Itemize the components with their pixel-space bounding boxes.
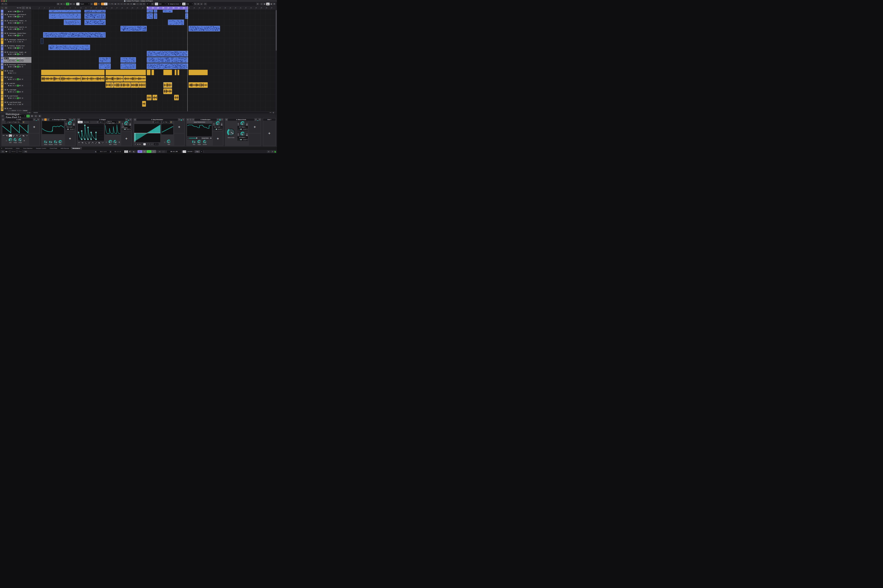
track-expand-box[interactable] <box>4 86 6 88</box>
monitor-button[interactable]: ◀) <box>10 85 12 87</box>
audio-event[interactable] <box>163 82 172 88</box>
audio-event[interactable] <box>60 76 81 81</box>
dest-curve-icon[interactable]: ∓ <box>237 135 239 136</box>
midi-part[interactable] <box>84 20 106 25</box>
audio-event[interactable] <box>163 88 172 94</box>
dest-amount-bar[interactable]: |↔|25.00 % <box>237 139 248 141</box>
step-triangle-icon[interactable]: ∧ <box>151 143 153 145</box>
record-enable-button[interactable] <box>8 66 10 68</box>
midi-part[interactable] <box>120 26 147 32</box>
solo-button[interactable]: S <box>6 57 9 59</box>
midi-part[interactable] <box>84 10 106 12</box>
horizontal-scrollbar[interactable]: − ＋ <box>32 111 275 114</box>
metronome-note-icon[interactable]: ♩ <box>162 150 165 153</box>
read-button[interactable]: R <box>17 28 19 30</box>
track-expand-box[interactable] <box>4 61 6 63</box>
solo-button[interactable]: S <box>6 14 9 15</box>
open-window-icon[interactable]: ↗ <box>37 118 39 121</box>
open-window-icon[interactable]: ↗ <box>182 118 185 121</box>
tab-chord-pads[interactable]: Chord Pads <box>48 147 59 150</box>
quantize-preset-dropdown[interactable]: 1/16▼ <box>185 3 194 5</box>
open-window-icon[interactable]: ↗ <box>221 118 223 121</box>
vertical-scrollbar[interactable] <box>275 6 277 111</box>
phase-knob[interactable] <box>18 138 22 142</box>
note-knob[interactable] <box>9 138 12 142</box>
midi-part[interactable] <box>154 13 157 19</box>
right-locator-display[interactable]: 31. 1. 1. 0 <box>111 150 124 153</box>
edit-channel-button[interactable]: e <box>12 66 14 68</box>
tab-editor[interactable]: Editor <box>14 147 21 150</box>
read-button[interactable]: R <box>17 91 19 93</box>
track-row-2nd[interactable]: ▸▤32MS2nd-17.0 ⇕RWoVolume <box>0 107 32 111</box>
track-row-Vocals[interactable]: MSVocals◀)=≈ <box>0 69 32 76</box>
mute-button[interactable]: M <box>4 82 6 84</box>
edit-channel-button[interactable]: e <box>12 22 14 24</box>
quantize-icon[interactable]: Q <box>182 3 185 5</box>
bypass-icon[interactable]: ◱ <box>2 118 4 121</box>
midi-record-mode-dropdown[interactable]: ⚇▼ <box>18 150 22 153</box>
workspace-icon[interactable]: ʬ <box>256 3 259 5</box>
monitor-button[interactable]: ◀) <box>10 28 12 30</box>
dest-parameter-dropdown[interactable]: Filter Resonance▼ <box>122 126 131 128</box>
write-button[interactable]: W <box>19 16 21 18</box>
shaper-preset-4[interactable] <box>91 142 94 144</box>
auto-quantize-button[interactable]: AQ <box>24 150 27 153</box>
note-sync-icon[interactable]: ♪ <box>106 141 107 143</box>
write-button[interactable]: W <box>19 78 21 80</box>
add-track-button[interactable]: ＋ <box>1 6 4 9</box>
step-display[interactable] <box>134 124 161 142</box>
midi-part[interactable] <box>48 45 90 50</box>
dest-amount-slider[interactable] <box>68 129 69 130</box>
left-zone-alt-toggle[interactable]: ◧ <box>263 3 266 5</box>
play-button[interactable]: ▷ <box>147 150 151 153</box>
dest-amount-slider[interactable] <box>240 129 243 130</box>
step-ramp-up-icon[interactable]: ╱ <box>146 143 148 145</box>
solo-button[interactable]: S <box>6 26 9 28</box>
dest-amount-slider[interactable] <box>215 129 218 130</box>
sync-dropdown[interactable]: ◎Free▼ <box>162 121 170 123</box>
shaper-preset-6[interactable] <box>98 142 101 144</box>
write-button[interactable]: W <box>19 110 21 112</box>
write-button[interactable]: W <box>19 91 21 93</box>
edit-channel-button[interactable]: e <box>12 34 14 36</box>
pre-roll-icon[interactable]: ◉ <box>158 150 161 153</box>
phase-knob[interactable] <box>114 140 117 144</box>
read-button[interactable]: R <box>17 41 19 42</box>
step-shift-left-icon[interactable]: ◀ <box>137 143 139 145</box>
solo-button[interactable]: S <box>6 39 9 40</box>
punch-lock-button[interactable] <box>124 150 128 153</box>
lfo-shape-1[interactable] <box>6 135 9 137</box>
write-button[interactable]: W <box>19 28 21 30</box>
mute-button[interactable]: M <box>4 101 6 103</box>
note-knob[interactable] <box>109 140 112 144</box>
open-window-icon[interactable]: ↗ <box>73 118 75 121</box>
dest-amount-slider[interactable] <box>240 140 243 140</box>
lanes-icon[interactable]: ≣ <box>21 28 24 30</box>
monitor-button[interactable]: ◀) <box>10 60 12 62</box>
hand-tool[interactable]: ✳ <box>130 3 133 5</box>
mute-button[interactable]: M <box>4 26 6 28</box>
dest-parameter-dropdown[interactable]: Filter Cutoff▼ <box>65 126 75 128</box>
grid-overlay-icon[interactable]: ⊫ <box>204 3 207 5</box>
note-sync-icon[interactable]: ♪ <box>164 141 165 143</box>
write-button[interactable]: W <box>19 85 21 87</box>
track-row-Lead[interactable]: ∿27MSLead◀)e∞RW≣ <box>0 76 32 82</box>
step-shift-right-icon[interactable]: ▶ <box>139 143 141 145</box>
record-enable-button[interactable] <box>8 34 10 36</box>
track-row-Retrologue - Electric Piano[interactable]: 21MSRetrologue - Electric Piano◀)eRW≣ <box>0 32 32 38</box>
freeze-icon[interactable]: ∞ <box>14 104 17 105</box>
read-button[interactable]: R <box>17 66 19 68</box>
track-row-Lead bright[interactable]: ∿29MSLead bright◀)e∞RW≣ <box>0 88 32 94</box>
audio-event[interactable] <box>123 76 146 81</box>
tab-sampler-control[interactable]: Sampler Control <box>34 147 48 150</box>
audio-event[interactable] <box>139 82 146 88</box>
depth-knob[interactable] <box>197 140 201 144</box>
midi-part[interactable] <box>189 26 220 32</box>
tab-modulators[interactable]: Modulators <box>71 147 82 150</box>
track-home-button[interactable]: ⌂ <box>22 6 25 9</box>
dest-keyrange-icon[interactable] <box>129 124 131 126</box>
midi-part[interactable] <box>64 20 81 25</box>
sync-dropdown[interactable]: ◎Sync to Project Sta.▼ <box>6 121 22 123</box>
split-tool[interactable]: ✂ <box>117 3 120 5</box>
track-zoom-out[interactable]: − <box>1 112 2 114</box>
